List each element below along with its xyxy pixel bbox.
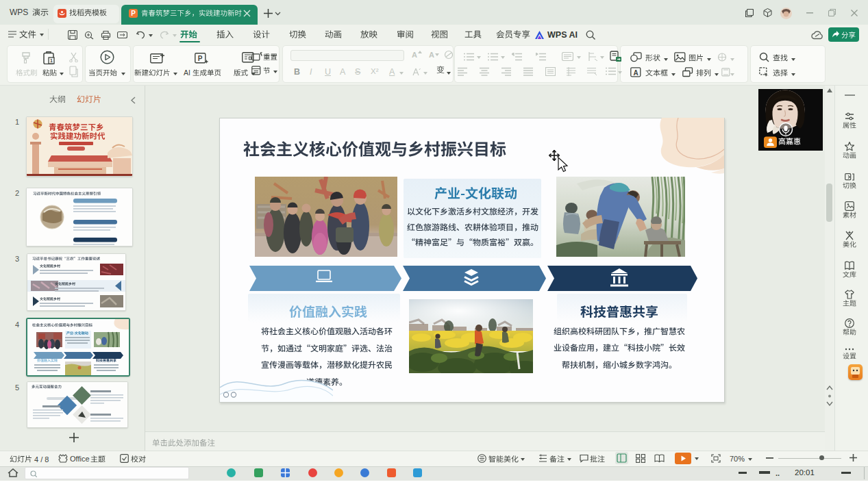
svg-text:P: P bbox=[131, 10, 136, 17]
svg-text:P: P bbox=[198, 55, 203, 62]
svg-text:1: 1 bbox=[50, 58, 53, 63]
svg-text:A: A bbox=[633, 69, 638, 77]
